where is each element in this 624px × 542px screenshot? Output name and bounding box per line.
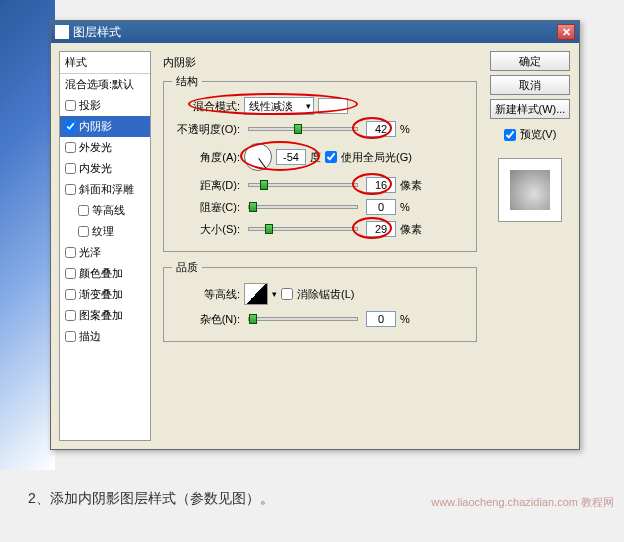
preview-label: 预览(V) (520, 127, 557, 142)
preview-swatch (510, 170, 550, 210)
opacity-label: 不透明度(O): (172, 122, 240, 137)
distance-slider[interactable] (248, 183, 358, 187)
size-slider[interactable] (248, 227, 358, 231)
distance-input[interactable] (366, 177, 396, 193)
style-innerglow[interactable]: 内发光 (60, 158, 150, 179)
style-dropshadow[interactable]: 投影 (60, 95, 150, 116)
style-outerglow[interactable]: 外发光 (60, 137, 150, 158)
style-bevel[interactable]: 斜面和浮雕 (60, 179, 150, 200)
watermark: www.liaocheng.chazidian.com 教程网 (431, 495, 614, 510)
blendmode-dropdown[interactable]: 线性减淡 (244, 97, 314, 115)
close-icon[interactable]: ✕ (557, 24, 575, 40)
dialog-title: 图层样式 (73, 24, 557, 41)
blend-options[interactable]: 混合选项:默认 (60, 74, 150, 95)
antialias-label: 消除锯齿(L) (297, 287, 354, 302)
background-image (0, 0, 55, 470)
style-contour[interactable]: 等高线 (60, 200, 150, 221)
step-caption: 2、添加内阴影图层样式（参数见图）。 (28, 490, 274, 508)
noise-slider[interactable] (248, 317, 358, 321)
right-column: 确定 取消 新建样式(W)... 预览(V) (489, 51, 571, 441)
new-style-button[interactable]: 新建样式(W)... (490, 99, 570, 119)
distance-label: 距离(D): (172, 178, 240, 193)
style-list-header: 样式 (60, 52, 150, 74)
choke-slider[interactable] (248, 205, 358, 209)
angle-control[interactable] (244, 143, 272, 171)
choke-input[interactable] (366, 199, 396, 215)
antialias-checkbox[interactable] (281, 288, 293, 300)
size-input[interactable] (366, 221, 396, 237)
cancel-button[interactable]: 取消 (490, 75, 570, 95)
contour-picker[interactable] (244, 283, 268, 305)
style-coloroverlay[interactable]: 颜色叠加 (60, 263, 150, 284)
style-texture[interactable]: 纹理 (60, 221, 150, 242)
shadow-color-swatch[interactable] (318, 98, 348, 114)
style-list: 样式 混合选项:默认 投影 内阴影 外发光 内发光 斜面和浮雕 等高线 纹理 光… (59, 51, 151, 441)
app-icon (55, 25, 69, 39)
preview-checkbox[interactable] (504, 129, 516, 141)
noise-input[interactable] (366, 311, 396, 327)
angle-input[interactable] (276, 149, 306, 165)
style-innershadow[interactable]: 内阴影 (60, 116, 150, 137)
structure-legend: 结构 (172, 74, 202, 89)
choke-label: 阻塞(C): (172, 200, 240, 215)
ok-button[interactable]: 确定 (490, 51, 570, 71)
style-gradientoverlay[interactable]: 渐变叠加 (60, 284, 150, 305)
noise-label: 杂色(N): (172, 312, 240, 327)
contour-label: 等高线: (172, 287, 240, 302)
opacity-input[interactable] (366, 121, 396, 137)
structure-group: 结构 混合模式: 线性减淡 不透明度(O): % 角度(A): (163, 74, 477, 252)
titlebar[interactable]: 图层样式 ✕ (51, 21, 579, 43)
layer-style-dialog: 图层样式 ✕ 样式 混合选项:默认 投影 内阴影 外发光 内发光 斜面和浮雕 等… (50, 20, 580, 450)
panel-title: 内阴影 (163, 55, 477, 70)
preview-box (498, 158, 562, 222)
angle-label: 角度(A): (172, 150, 240, 165)
quality-legend: 品质 (172, 260, 202, 275)
style-stroke[interactable]: 描边 (60, 326, 150, 347)
global-light-label: 使用全局光(G) (341, 150, 412, 165)
opacity-slider[interactable] (248, 127, 358, 131)
global-light-checkbox[interactable] (325, 151, 337, 163)
center-panel: 内阴影 结构 混合模式: 线性减淡 不透明度(O): % 角度(A): (159, 51, 481, 441)
style-patternoverlay[interactable]: 图案叠加 (60, 305, 150, 326)
blendmode-label: 混合模式: (172, 99, 240, 114)
style-satin[interactable]: 光泽 (60, 242, 150, 263)
quality-group: 品质 等高线: ▾ 消除锯齿(L) 杂色(N): % (163, 260, 477, 342)
size-label: 大小(S): (172, 222, 240, 237)
